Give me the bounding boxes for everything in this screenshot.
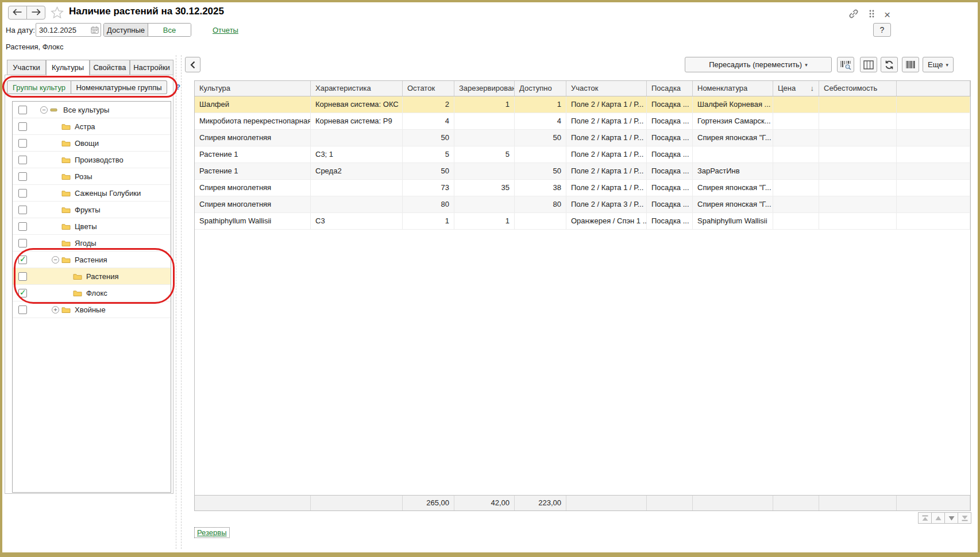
row-down-button[interactable] <box>944 512 958 524</box>
tree-item[interactable]: Астра <box>13 118 171 135</box>
tree-item[interactable]: Фрукты <box>13 202 171 218</box>
cell-nomenklatura[interactable]: Spahiphyllum Wallisii <box>693 213 773 229</box>
column-header-uchastok[interactable]: Участок <box>566 81 647 96</box>
more-button[interactable]: Еще▾ <box>923 57 954 72</box>
date-input[interactable]: 30.12.2025 <box>36 23 101 37</box>
tree-checkbox[interactable] <box>18 272 27 281</box>
cell-kultura[interactable]: Растение 1 <box>195 163 311 179</box>
cell-filler[interactable] <box>897 196 970 212</box>
column-header-sebestoimost[interactable]: Себестоимость <box>819 81 897 96</box>
reserves-link[interactable]: Резервы <box>194 527 230 538</box>
cell-filler[interactable] <box>897 163 970 179</box>
cell-kultura[interactable]: Спирея многолетняя <box>195 130 311 146</box>
cell-dostupno[interactable]: 4 <box>515 113 566 129</box>
tree-item-label[interactable]: Флокс <box>86 289 107 297</box>
cell-sebestoimost[interactable] <box>819 196 897 212</box>
cell-kultura[interactable]: Растение 1 <box>195 146 311 163</box>
tree-item-label[interactable]: Фрукты <box>75 206 101 214</box>
column-header-zarezervirovano[interactable]: Зарезервировано <box>454 81 515 96</box>
tree-item-label[interactable]: Цветы <box>75 222 97 231</box>
cell-sebestoimost[interactable] <box>819 113 897 129</box>
cell-filler[interactable] <box>897 146 970 163</box>
tree-checkbox[interactable] <box>18 239 27 247</box>
cell-dostupno[interactable]: 50 <box>515 163 566 179</box>
cell-harakteristika[interactable] <box>311 130 403 146</box>
tree-item[interactable]: Ягоды <box>13 235 171 252</box>
toggle-nomenclature-groups[interactable]: Номенклатурные группы <box>71 80 167 94</box>
tree-item-label[interactable]: Все культуры <box>63 106 109 114</box>
tree-item[interactable]: Цветы <box>13 218 171 235</box>
cell-harakteristika[interactable]: C3 <box>311 213 403 229</box>
cell-ostatok[interactable]: 4 <box>403 113 454 129</box>
cell-cena[interactable] <box>773 96 819 113</box>
cell-posadka[interactable]: Посадка ... <box>647 96 693 113</box>
cell-cena[interactable] <box>773 213 819 229</box>
tree-item-label[interactable]: Астра <box>75 122 95 131</box>
collapse-icon[interactable]: − <box>52 256 59 264</box>
cell-nomenklatura[interactable]: Спирея японская "Г... <box>693 180 773 196</box>
cell-ostatok[interactable]: 2 <box>403 96 454 113</box>
cell-uchastok[interactable]: Оранжерея / Спэн 1 ... <box>566 213 647 229</box>
tree-item[interactable]: Растения <box>13 268 171 285</box>
cell-uchastok[interactable]: Поле 2 / Карта 3 / Р... <box>566 196 647 212</box>
tab-kultury[interactable]: Культуры <box>46 60 90 76</box>
cell-posadka[interactable]: Посадка ... <box>647 146 693 163</box>
tree-item[interactable]: +Хвойные <box>13 301 171 318</box>
tree-checkbox[interactable] <box>18 222 27 231</box>
cell-cena[interactable] <box>773 130 819 146</box>
cell-posadka[interactable]: Посадка ... <box>647 213 693 229</box>
table-row[interactable]: Растение 1Среда25050Поле 2 / Карта 1 / Р… <box>195 163 970 180</box>
toggle-culture-groups[interactable]: Группы культур <box>7 80 71 94</box>
column-header-nomenklatura[interactable]: Номенклатура <box>693 81 773 96</box>
column-header-cena[interactable]: Цена↓ <box>773 81 819 96</box>
tree-checkbox[interactable] <box>18 122 27 131</box>
table-row[interactable]: Спирея многолетняя5050Поле 2 / Карта 1 /… <box>195 130 970 146</box>
cell-zarezervirovano[interactable]: 5 <box>454 146 515 163</box>
go-to-top-button[interactable] <box>918 512 932 524</box>
cell-zarezervirovano[interactable] <box>454 113 515 129</box>
tree-item[interactable]: Розы <box>13 168 171 185</box>
cell-kultura[interactable]: Микробиота перекрестнопарная Mic... <box>195 113 311 129</box>
cell-nomenklatura[interactable]: Спирея японская "Г... <box>693 196 773 212</box>
help-button[interactable]: ? <box>873 23 891 37</box>
cell-nomenklatura[interactable]: Гортензия Самарск... <box>693 113 773 129</box>
cell-harakteristika[interactable]: Корневая система: ОКС <box>311 96 403 113</box>
cell-cena[interactable] <box>773 146 819 163</box>
tree-checkbox[interactable] <box>18 156 27 164</box>
cell-uchastok[interactable]: Поле 2 / Карта 1 / Р... <box>566 146 647 163</box>
cell-uchastok[interactable]: Поле 2 / Карта 1 / Р... <box>566 130 647 146</box>
cell-posadka[interactable]: Посадка ... <box>647 163 693 179</box>
cell-ostatok[interactable]: 50 <box>403 163 454 179</box>
cell-ostatok[interactable]: 50 <box>403 130 454 146</box>
cell-dostupno[interactable]: 50 <box>515 130 566 146</box>
cell-filler[interactable] <box>897 113 970 129</box>
tree-item[interactable]: Саженцы Голубики <box>13 185 171 202</box>
cell-uchastok[interactable]: Поле 2 / Карта 1 / Р... <box>566 163 647 179</box>
tree-item[interactable]: −Растения <box>13 252 171 268</box>
column-header-posadka[interactable]: Посадка <box>647 81 693 96</box>
cell-nomenklatura[interactable]: Спирея японская "Г... <box>693 130 773 146</box>
cell-sebestoimost[interactable] <box>819 146 897 163</box>
cell-ostatok[interactable]: 80 <box>403 196 454 212</box>
cell-zarezervirovano[interactable] <box>454 196 515 212</box>
tree-item-label[interactable]: Хвойные <box>75 305 106 314</box>
table-row[interactable]: Микробиота перекрестнопарная Mic...Корне… <box>195 113 970 130</box>
cell-harakteristika[interactable] <box>311 180 403 196</box>
tree-item-label[interactable]: Ягоды <box>75 239 97 247</box>
transplant-button[interactable]: Пересадить (переместить)▾ <box>685 57 832 72</box>
cell-filler[interactable] <box>897 96 970 113</box>
tree-checkbox[interactable] <box>18 139 27 148</box>
cell-harakteristika[interactable] <box>311 196 403 212</box>
collapse-icon[interactable]: − <box>40 106 48 114</box>
get-link-icon[interactable] <box>848 8 859 22</box>
cell-cena[interactable] <box>773 163 819 179</box>
column-header-ostatok[interactable]: Остаток <box>403 81 454 96</box>
tree-item[interactable]: Флокс <box>13 285 171 301</box>
table-row[interactable]: Растение 1С3; 155Поле 2 / Карта 1 / Р...… <box>195 146 970 163</box>
cell-posadka[interactable]: Посадка ... <box>647 113 693 129</box>
panel-splitter[interactable] <box>176 55 176 549</box>
tree-checkbox[interactable] <box>18 289 27 297</box>
cell-zarezervirovano[interactable]: 1 <box>454 213 515 229</box>
cell-kultura[interactable]: Шалфей <box>195 96 311 113</box>
barcode-scanner-button[interactable] <box>837 57 854 72</box>
